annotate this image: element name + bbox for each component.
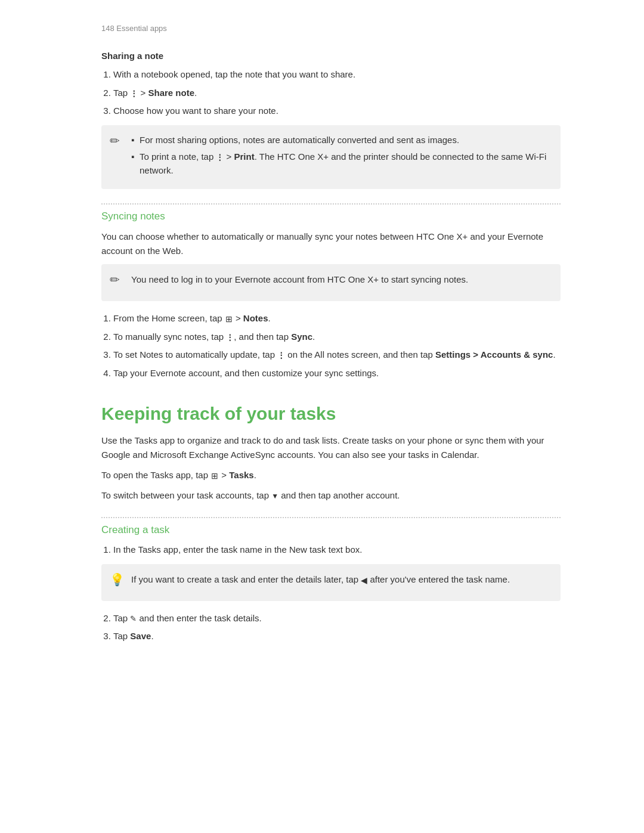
bulb-icon: 💡 (110, 572, 125, 587)
keeping-track-title: Keeping track of your tasks (101, 404, 561, 424)
sharing-note-steps: With a notebook opened, tap the note tha… (113, 68, 561, 118)
arrow-down-icon: ▼ (271, 491, 278, 502)
back-arrow-icon: ◀ (361, 574, 367, 587)
creating-task-tip-box: 💡 If you want to create a task and enter… (101, 564, 561, 601)
syncing-notes-description: You can choose whether to automatically … (101, 230, 561, 258)
sharing-note-tip-box: ✏ For most sharing options, notes are au… (101, 125, 561, 190)
list-item: Tap your Evernote account, and then cust… (113, 367, 561, 380)
syncing-notes-tip-box: ✏ You need to log in to your Evernote ac… (101, 264, 561, 301)
creating-task-steps-continued: Tap ✎ and then enter the task details. T… (113, 612, 561, 643)
menu-dots-icon: ⋮ (130, 88, 138, 100)
page-number-label: 148 Essential apps (101, 24, 167, 33)
pencil-icon-2: ✏ (110, 272, 120, 287)
menu-dots-icon-2: ⋮ (216, 151, 224, 163)
menu-dots-icon-3: ⋮ (226, 332, 234, 343)
keeping-track-desc1: Use the Tasks app to organize and track … (101, 433, 561, 462)
grid-icon: ⊞ (225, 313, 233, 326)
syncing-notes-section: Syncing notes You can choose whether to … (101, 203, 561, 380)
keeping-track-section: Keeping track of your tasks Use the Task… (101, 404, 561, 643)
creating-task-tip-text: If you want to create a task and enter t… (131, 572, 550, 587)
syncing-notes-steps: From the Home screen, tap ⊞ > Notes. To … (113, 312, 561, 380)
list-item: To set Notes to automatically update, ta… (113, 348, 561, 362)
list-item: With a notebook opened, tap the note tha… (113, 68, 561, 82)
syncing-notes-tip-text: You need to log in to your Evernote acco… (131, 272, 550, 287)
sharing-note-section: Sharing a note With a notebook opened, t… (101, 51, 561, 189)
list-item: To manually sync notes, tap ⋮, and then … (113, 330, 561, 344)
keeping-track-desc2: To open the Tasks app, tap ⊞ > Tasks. (101, 468, 561, 482)
keeping-track-desc3: To switch between your task accounts, ta… (101, 488, 561, 503)
tip-list: For most sharing options, notes are auto… (131, 134, 550, 178)
creating-task-section: Creating a task In the Tasks app, enter … (101, 517, 561, 643)
pencil-edit-icon: ✎ (130, 613, 137, 625)
list-item: Tap ⋮ > Share note. (113, 86, 561, 100)
list-item: From the Home screen, tap ⊞ > Notes. (113, 312, 561, 326)
creating-task-steps: In the Tasks app, enter the task name in… (113, 543, 561, 557)
pencil-icon: ✏ (110, 134, 120, 148)
page-header: 148 Essential apps (101, 24, 561, 33)
syncing-notes-title: Syncing notes (101, 203, 561, 222)
menu-dots-icon-4: ⋮ (277, 349, 285, 361)
sharing-note-title: Sharing a note (101, 51, 561, 61)
list-item: Choose how you want to share your note. (113, 104, 561, 118)
grid-icon-2: ⊞ (211, 469, 218, 482)
list-item: For most sharing options, notes are auto… (131, 134, 550, 147)
list-item: Tap Save. (113, 630, 561, 643)
list-item: Tap ✎ and then enter the task details. (113, 612, 561, 625)
creating-task-title: Creating a task (101, 517, 561, 536)
list-item: In the Tasks app, enter the task name in… (113, 543, 561, 557)
list-item: To print a note, tap ⋮ > Print. The HTC … (131, 150, 550, 177)
